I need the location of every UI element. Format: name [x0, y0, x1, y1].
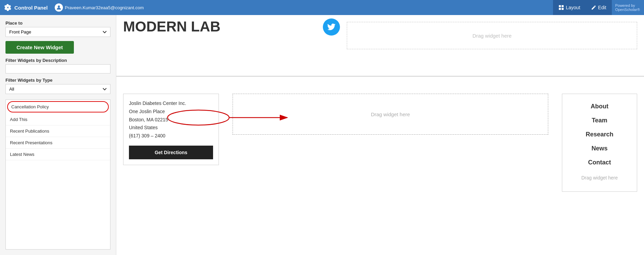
content-bottom: Joslin Diabetes Center Inc. One Joslin P…	[116, 87, 644, 199]
sidebar: Place to Front Page All Pages Home Creat…	[0, 15, 116, 255]
right-nav-item[interactable]: Research	[568, 128, 631, 142]
svg-point-0	[58, 5, 60, 8]
lab-title-area: MODERN LAB	[123, 18, 316, 35]
country: United States	[129, 124, 213, 132]
widget-list-item[interactable]: Recent Presentations	[6, 137, 110, 149]
middle-section: Drag widget here	[226, 94, 555, 135]
filter-description-input[interactable]	[5, 64, 110, 73]
widget-list-item[interactable]: Latest News	[6, 149, 110, 160]
org-name: Joslin Diabetes Center Inc.	[129, 99, 213, 108]
layout-button[interactable]: Layout	[553, 0, 586, 15]
brand-label: Control Panel	[14, 5, 48, 11]
svg-rect-4	[562, 8, 564, 10]
brand: Control Panel	[4, 4, 48, 11]
user-email: Praveen.Kumar32eaa5@cognizant.com	[65, 5, 144, 10]
street: One Joslin Place	[129, 108, 213, 116]
drag-widget-right: Drag widget here	[568, 170, 631, 186]
widget-list: Cancellation PolicyAdd ThisRecent Public…	[5, 99, 110, 250]
place-to-section: Place to Front Page All Pages Home	[5, 21, 110, 37]
right-nav-item[interactable]: Contact	[568, 156, 631, 170]
widget-list-item[interactable]: Cancellation Policy	[7, 101, 109, 112]
address-card: Joslin Diabetes Center Inc. One Joslin P…	[123, 94, 219, 165]
svg-rect-1	[559, 5, 561, 7]
widget-list-item[interactable]: Recent Publications	[6, 125, 110, 137]
topbar: Control Panel Praveen.Kumar32eaa5@cogniz…	[0, 0, 644, 15]
filter-type-select[interactable]: All Block Custom	[5, 84, 110, 94]
edit-button[interactable]: Edit	[586, 0, 612, 15]
spacer	[116, 77, 644, 87]
filter-description-label: Filter Widgets by Description	[5, 58, 110, 63]
right-nav: AboutTeamResearchNewsContactDrag widget …	[562, 94, 637, 192]
user-icon	[55, 3, 63, 12]
place-to-select[interactable]: Front Page All Pages Home	[5, 27, 110, 37]
widget-list-item[interactable]: Add This	[6, 114, 110, 125]
create-widget-button[interactable]: Create New Widget	[5, 41, 74, 54]
place-to-label: Place to	[5, 21, 110, 26]
city-state: Boston, MA 02215	[129, 116, 213, 124]
drag-widget-top: Drag widget here	[347, 22, 637, 49]
svg-rect-2	[562, 5, 564, 7]
svg-rect-3	[559, 8, 561, 10]
right-nav-item[interactable]: News	[568, 142, 631, 156]
drag-widget-middle: Drag widget here	[233, 94, 548, 135]
filter-description-section: Filter Widgets by Description	[5, 58, 110, 73]
content-area: MODERN LAB Drag widget here Joslin Diabe…	[116, 15, 644, 255]
filter-type-label: Filter Widgets by Type	[5, 78, 110, 83]
create-widget-section: Create New Widget	[5, 41, 110, 54]
right-nav-item[interactable]: Team	[568, 113, 631, 128]
topbar-left: Control Panel Praveen.Kumar32eaa5@cogniz…	[4, 3, 144, 12]
topbar-right: Layout Edit Powered byOpenScholar®	[553, 0, 640, 15]
user-section: Praveen.Kumar32eaa5@cognizant.com	[55, 3, 144, 12]
gear-icon	[4, 4, 12, 11]
get-directions-button[interactable]: Get Directions	[129, 146, 213, 159]
twitter-icon[interactable]	[323, 18, 340, 36]
content-top: MODERN LAB Drag widget here	[116, 15, 644, 77]
lab-title: MODERN LAB	[123, 18, 316, 35]
filter-type-section: Filter Widgets by Type All Block Custom	[5, 78, 110, 94]
main-layout: Place to Front Page All Pages Home Creat…	[0, 15, 644, 255]
phone: (617) 309 – 2400	[129, 132, 213, 140]
powered-by: Powered byOpenScholar®	[612, 3, 640, 12]
right-nav-item[interactable]: About	[568, 99, 631, 113]
